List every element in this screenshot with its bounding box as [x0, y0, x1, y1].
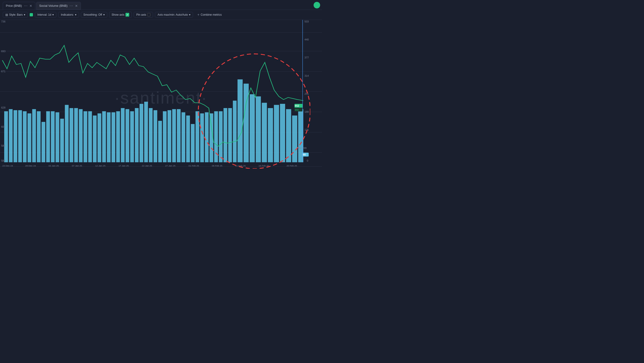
axis-maxmin-selector[interactable]: Axis max/min: Auto/Auto ▾ [155, 12, 193, 18]
svg-rect-58 [286, 109, 291, 162]
tab-social-volume-menu[interactable]: ⋯ [69, 4, 74, 8]
svg-text:585: 585 [1, 145, 5, 147]
svg-rect-2 [14, 110, 17, 162]
svg-text:671: 671 [1, 70, 5, 73]
svg-rect-18 [88, 111, 92, 162]
style-chevron: ▾ [24, 13, 25, 16]
svg-rect-0 [4, 111, 8, 162]
bars-group [4, 79, 303, 162]
color-swatch[interactable] [30, 13, 33, 16]
chart-svg: 736 693 671 628 607 585 584 503 440 377 … [0, 20, 310, 169]
svg-rect-11 [56, 112, 59, 162]
svg-rect-10 [51, 111, 55, 162]
style-selector[interactable]: ▤ Style: Bars ▾ [3, 12, 28, 18]
svg-rect-4 [23, 111, 27, 162]
svg-rect-19 [93, 116, 96, 162]
svg-text:28 Dec 24: 28 Dec 24 [25, 164, 36, 167]
svg-text:27 Jan 25: 27 Jan 25 [165, 164, 176, 167]
svg-rect-37 [177, 109, 181, 162]
svg-text:251: 251 [304, 92, 309, 95]
pin-axis-checkbox[interactable] [147, 13, 150, 16]
svg-rect-8 [42, 122, 45, 162]
interval-label: Interval: 1d [38, 13, 51, 16]
show-axis-toggle[interactable]: Show axis ✓ [109, 12, 132, 18]
tab-social-volume-bnb[interactable]: Social Volume (BNB) ⋯ ✕ [36, 2, 81, 10]
svg-rect-12 [60, 119, 64, 162]
svg-text:90: 90 [303, 153, 306, 156]
svg-text:23 Dec 24: 23 Dec 24 [2, 164, 13, 167]
tab-social-volume-bnb-label: Social Volume (BNB) [39, 4, 68, 8]
svg-text:20 Feb 25: 20 Feb 25 [286, 164, 297, 167]
style-icon: ▤ [5, 13, 8, 16]
svg-rect-52 [250, 94, 255, 162]
svg-rect-22 [107, 112, 110, 162]
smoothing-selector[interactable]: Smoothing: Off ▾ [81, 12, 107, 18]
axis-maxmin-chevron: ▾ [189, 13, 190, 16]
style-label: Style: Bars [9, 13, 23, 16]
svg-rect-48 [228, 108, 232, 162]
user-avatar[interactable] [314, 2, 320, 9]
pin-axis-toggle[interactable]: Pin axis [134, 12, 153, 18]
svg-rect-42 [200, 113, 204, 162]
svg-text:584: 584 [1, 159, 5, 162]
svg-rect-20 [98, 113, 101, 162]
svg-rect-5 [28, 113, 31, 162]
svg-rect-3 [18, 110, 22, 162]
interval-selector[interactable]: Interval: 1d ▾ [35, 12, 56, 18]
tab-price-bnb-close[interactable]: ✕ [30, 4, 32, 8]
svg-rect-29 [140, 104, 143, 162]
svg-rect-51 [244, 84, 249, 162]
svg-text:736: 736 [1, 20, 5, 23]
svg-rect-39 [186, 116, 190, 162]
smoothing-chevron: ▾ [103, 13, 105, 16]
svg-rect-28 [135, 108, 138, 162]
axis-maxmin-label: Axis max/min: Auto/Auto [158, 13, 188, 16]
svg-text:503: 503 [304, 20, 309, 23]
svg-rect-1 [9, 109, 12, 162]
svg-rect-55 [268, 108, 273, 162]
svg-rect-34 [163, 111, 166, 162]
svg-rect-9 [46, 111, 50, 162]
tab-price-bnb-menu[interactable]: ⋯ [23, 4, 28, 8]
svg-text:02 Jan 25: 02 Jan 25 [48, 164, 59, 167]
svg-text:650: 650 [295, 109, 299, 111]
svg-text:12 Jan 25: 12 Jan 25 [95, 164, 106, 167]
svg-rect-53 [256, 96, 261, 162]
svg-rect-17 [84, 111, 87, 162]
svg-text:01 Feb 25: 01 Feb 25 [188, 164, 199, 167]
show-axis-checkbox[interactable]: ✓ [126, 13, 129, 17]
svg-rect-23 [112, 112, 115, 162]
smoothing-label: Smoothing: Off [84, 13, 102, 16]
chart-container: ·santiment· [0, 20, 322, 176]
svg-rect-30 [144, 102, 148, 162]
svg-rect-6 [32, 109, 36, 162]
svg-rect-7 [37, 111, 41, 162]
svg-rect-24 [116, 111, 120, 162]
indicators-selector[interactable]: Indicators: ▾ [58, 12, 79, 18]
svg-rect-27 [130, 111, 134, 162]
svg-rect-40 [191, 124, 195, 162]
combine-metrics-button[interactable]: + Combine metrics [195, 12, 224, 18]
svg-rect-49 [233, 101, 236, 162]
svg-rect-50 [238, 79, 242, 162]
svg-text:628: 628 [1, 106, 5, 109]
svg-text:07 Jan 25: 07 Jan 25 [72, 164, 82, 167]
svg-rect-14 [70, 108, 73, 162]
svg-text:188: 188 [304, 111, 309, 113]
svg-rect-16 [79, 109, 82, 162]
svg-text:377: 377 [304, 56, 309, 59]
tab-price-bnb[interactable]: Price (BNB) ⋯ ✕ [3, 2, 35, 10]
plus-icon: + [197, 13, 199, 17]
svg-rect-38 [182, 112, 185, 162]
tab-bar: Price (BNB) ⋯ ✕ Social Volume (BNB) ⋯ ✕ [0, 0, 322, 10]
svg-rect-25 [121, 108, 124, 162]
svg-text:22 Jan 25: 22 Jan 25 [142, 164, 152, 167]
svg-text:17 Jan 25: 17 Jan 25 [118, 164, 129, 167]
svg-rect-26 [126, 109, 129, 162]
svg-rect-43 [205, 112, 209, 162]
svg-text:0: 0 [307, 159, 308, 162]
tab-social-volume-close[interactable]: ✕ [75, 4, 78, 8]
svg-rect-13 [65, 105, 69, 162]
indicators-label: Indicators: [61, 13, 74, 16]
svg-text:440: 440 [304, 38, 309, 41]
